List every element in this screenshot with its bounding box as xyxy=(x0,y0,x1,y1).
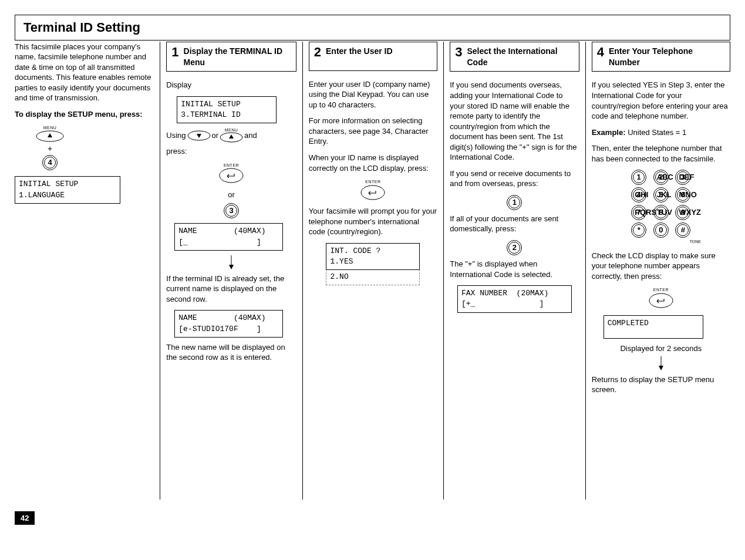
menu-label-small: MENU xyxy=(225,128,238,132)
intro-text: This facsimile places your company's nam… xyxy=(15,42,154,103)
keypad-0: 0 xyxy=(653,222,669,238)
lcd-int-code-ext: 2.NO xyxy=(326,269,420,285)
svg-point-6 xyxy=(649,294,673,308)
page-title: Terminal ID Setting xyxy=(23,20,140,35)
intro-setup-prompt: To display the SETUP menu, press: xyxy=(15,109,154,120)
step3-head: 3 Select the International Code xyxy=(450,42,579,72)
lcd-fax-number: FAX NUMBER (20MAX) [+_ ] xyxy=(457,285,572,312)
step4-column: 4 Enter Your Telephone Number If you sel… xyxy=(585,42,730,500)
step4-number: 4 xyxy=(597,46,604,59)
up-arrow-icon xyxy=(36,130,64,142)
keypad-8b: 8TUV xyxy=(653,205,669,220)
step4-head: 4 Enter Your Telephone Number xyxy=(592,42,730,72)
title-bar: Terminal ID Setting xyxy=(15,15,730,41)
keypad-5b: 5JKL xyxy=(653,187,669,203)
step2-head: 2 Enter the User ID xyxy=(309,42,437,71)
step3-p2: If you send or receive documents to and … xyxy=(450,168,579,189)
keypad-3b: 3DEF xyxy=(675,170,690,185)
step2-p3: When your ID name is displayed correctly… xyxy=(309,153,437,173)
step4-p1: If you selected YES in Step 3, enter the… xyxy=(592,80,730,121)
step3-p3: If all of your documents are sent domest… xyxy=(450,214,579,234)
step1-number: 1 xyxy=(171,46,178,59)
keypad-2: 2 xyxy=(507,240,522,255)
keypad-6b: 6MNO xyxy=(675,187,690,203)
step1-note2: The new name will be displayed on the se… xyxy=(166,342,296,363)
step2-p4: Your facsimile will prompt you for your … xyxy=(309,206,437,237)
step4-return: Returns to display the SETUP menu screen… xyxy=(592,375,730,395)
keypad-1: 1 xyxy=(507,195,522,210)
lcd-terminal-id: INITIAL SETUP 3.TERMINAL ID xyxy=(177,96,277,123)
menu-label: MENU xyxy=(43,126,57,130)
example-line: Example: United States = 1 xyxy=(592,127,730,138)
step2-number: 2 xyxy=(314,46,321,59)
step2-title: Enter the User ID xyxy=(326,46,393,57)
arrow-down-icon-2 xyxy=(592,356,730,372)
enter-button-icon: ENTER xyxy=(219,163,244,186)
step3-p1: If you send documents overseas, adding y… xyxy=(450,80,579,162)
step4-p2: Then, enter the telephone number that ha… xyxy=(592,143,730,164)
lcd-int-code: INT. CODE ? 1.YES xyxy=(326,243,420,270)
dial-keypad: 1 2ABC 3DEF 4GHI 5JKL 6MNO 7PQRS 8TUV 9W… xyxy=(592,170,730,244)
step2-p2: For more information on selecting charac… xyxy=(309,116,437,147)
svg-point-5 xyxy=(361,185,385,200)
enter-button-icon-3: ENTER xyxy=(649,287,673,311)
down-arrow-icon xyxy=(187,130,211,141)
step4-title: Enter Your Telephone Number xyxy=(609,46,725,68)
step2-column: 2 Enter the User ID Enter your user ID (… xyxy=(302,42,443,500)
step3-column: 3 Select the International Code If you s… xyxy=(443,42,585,500)
keypad-4: 4 xyxy=(42,155,58,170)
content-columns: This facsimile places your company's nam… xyxy=(15,42,730,500)
keypad-hash: # xyxy=(675,222,690,238)
keypad-2b: 2ABC xyxy=(653,170,669,185)
step3-number: 3 xyxy=(455,46,462,59)
lcd-name-filled: NAME (40MAX) [e-STUDIO170F ] xyxy=(174,310,283,337)
step4-p3: Check the LCD display to make sure your … xyxy=(592,251,730,282)
using-line: Using or MENU and xyxy=(166,128,296,143)
press-label: press: xyxy=(166,146,296,157)
display-label: Display xyxy=(166,80,296,90)
step3-p4: The "+" is displayed when International … xyxy=(450,259,579,279)
step1-note1: If the terminal ID is already set, the c… xyxy=(166,274,296,305)
step3-title: Select the International Code xyxy=(467,46,574,68)
tone-label: TONE xyxy=(592,239,730,244)
keypad-4b: 4GHI xyxy=(631,187,646,203)
keypad-1b: 1 xyxy=(631,170,646,185)
keypad-3: 3 xyxy=(224,203,239,218)
lcd-initial-setup-lang: INITIAL SETUP 1.LANGUAGE xyxy=(15,176,120,203)
up-arrow-icon-small xyxy=(220,132,243,143)
intro-column: This facsimile places your company's nam… xyxy=(15,42,160,500)
step1-column: 1 Display the TERMINAL ID Menu Display I… xyxy=(160,42,302,500)
enter-button-icon-2: ENTER xyxy=(360,179,385,203)
arrow-down-icon xyxy=(166,255,296,271)
step1-head: 1 Display the TERMINAL ID Menu xyxy=(166,42,296,72)
keypad-7b: 7PQRS xyxy=(631,205,646,220)
step2-p1: Enter your user ID (company name) using … xyxy=(309,79,437,110)
plus-symbol: + xyxy=(48,143,52,154)
keypad-star: * xyxy=(631,222,646,238)
keypad-9b: 9WXYZ xyxy=(675,205,690,220)
lcd-completed: COMPLETED xyxy=(604,315,703,339)
page-number: 42 xyxy=(15,511,35,525)
or-label: or xyxy=(166,190,296,200)
svg-point-3 xyxy=(220,168,243,183)
step1-title: Display the TERMINAL ID Menu xyxy=(184,46,291,68)
displayed-2s: Displayed for 2 seconds xyxy=(592,343,730,354)
lcd-name-blank: NAME (40MAX) [_ ] xyxy=(174,223,283,250)
